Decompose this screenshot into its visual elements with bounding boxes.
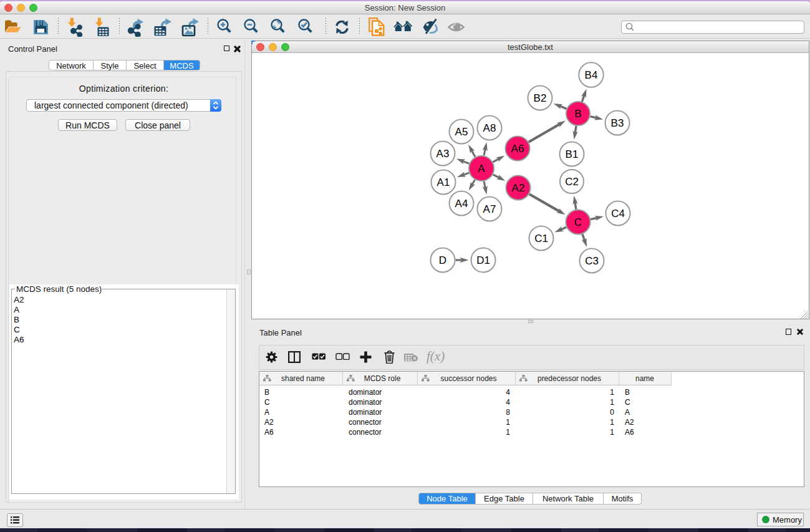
svg-text:C2: C2 <box>565 176 579 188</box>
svg-text:B1: B1 <box>566 148 579 160</box>
svg-text:B4: B4 <box>585 69 598 81</box>
svg-text:B2: B2 <box>534 92 547 104</box>
svg-text:A2: A2 <box>512 182 525 194</box>
svg-text:C1: C1 <box>534 233 548 244</box>
svg-text:A3: A3 <box>436 148 450 160</box>
svg-text:A6: A6 <box>511 143 524 155</box>
svg-text:A1: A1 <box>437 177 450 188</box>
svg-text:A: A <box>478 163 485 175</box>
svg-text:A8: A8 <box>483 122 496 134</box>
svg-text:D: D <box>439 254 446 266</box>
svg-text:C3: C3 <box>585 255 599 267</box>
svg-text:A5: A5 <box>455 126 468 138</box>
svg-text:A7: A7 <box>483 203 496 215</box>
svg-text:D1: D1 <box>476 254 490 266</box>
svg-text:B: B <box>574 108 581 120</box>
svg-text:B3: B3 <box>611 117 624 129</box>
svg-text:C4: C4 <box>611 208 625 220</box>
svg-text:A4: A4 <box>455 198 468 210</box>
svg-text:C: C <box>574 216 582 228</box>
